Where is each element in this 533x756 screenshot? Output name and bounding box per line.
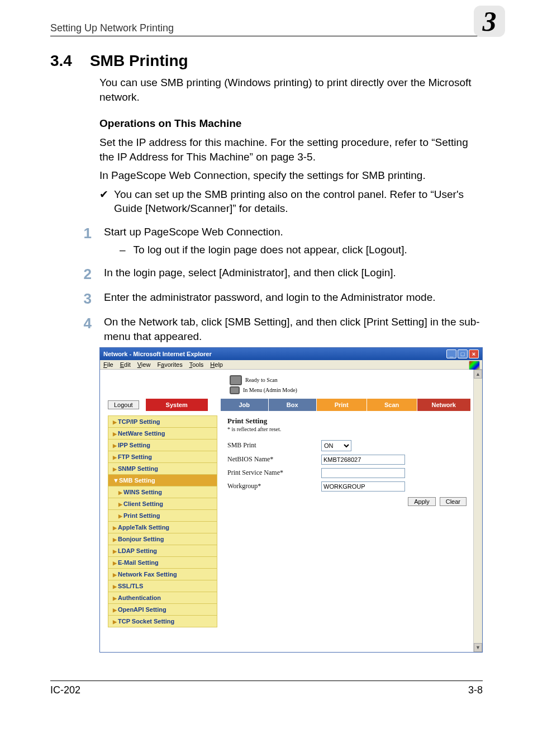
apply-button[interactable]: Apply <box>408 497 436 506</box>
scrollbar[interactable]: ▲ ▼ <box>473 370 482 652</box>
step-number: 2 <box>79 267 92 281</box>
page-footer: IC-202 3-8 <box>50 681 483 696</box>
footer-left: IC-202 <box>50 684 80 696</box>
paragraph-1: Set the IP address for this machine. For… <box>99 135 483 164</box>
sidebar-item-printsetting[interactable]: ▶Print Setting <box>108 510 217 522</box>
tab-job[interactable]: Job <box>221 399 269 411</box>
footer-right: 3-8 <box>468 684 483 696</box>
tab-scan[interactable]: Scan <box>367 399 417 411</box>
printer-icon <box>230 375 242 385</box>
workgroup-input[interactable] <box>321 481 405 492</box>
subsection-heading: Operations on This Machine <box>99 116 483 131</box>
settings-panel: Print Setting * is reflected after reset… <box>217 415 474 627</box>
tab-system[interactable]: System <box>146 399 208 411</box>
sidebar-item-ftp[interactable]: ▶FTP Setting <box>108 451 217 463</box>
step-text: Start up PageScope Web Connection. <box>104 226 283 238</box>
panel-title: Print Setting <box>227 417 468 426</box>
sidebar-item-openapi[interactable]: ▶OpenAPI Setting <box>108 604 217 616</box>
menu-view[interactable]: View <box>137 361 151 368</box>
window-close-button[interactable]: × <box>469 349 479 358</box>
logout-button[interactable]: Logout <box>108 400 139 409</box>
window-minimize-button[interactable]: _ <box>446 349 456 358</box>
status-mode: In Menu (Admin Mode) <box>243 387 297 393</box>
sidebar-item-smb[interactable]: ▼SMB Setting <box>108 475 217 486</box>
sidebar-item-email[interactable]: ▶E-Mail Setting <box>108 557 217 569</box>
tab-print[interactable]: Print <box>317 399 367 411</box>
checklist-item: ✔ You can set up the SMB printing also o… <box>99 187 483 216</box>
sidebar-item-tcpip[interactable]: ▶TCP/IP Setting <box>108 415 217 428</box>
menu-edit[interactable]: Edit <box>120 361 131 368</box>
titlebar: Network - Microsoft Internet Explorer _ … <box>100 348 482 360</box>
step-number: 1 <box>79 226 92 257</box>
menu-help[interactable]: Help <box>210 361 223 368</box>
sidebar-item-wins[interactable]: ▶WINS Setting <box>108 486 217 498</box>
dash-bullet: – <box>120 243 126 257</box>
sidebar-item-ssltls[interactable]: ▶SSL/TLS <box>108 580 217 592</box>
smb-print-select[interactable]: ON <box>321 440 351 451</box>
menu-file[interactable]: File <box>103 361 113 368</box>
sidebar-item-tcpsocket[interactable]: ▶TCP Socket Setting <box>108 616 217 627</box>
tab-box[interactable]: Box <box>269 399 317 411</box>
window-maximize-button[interactable]: □ <box>458 349 468 358</box>
menu-tools[interactable]: Tools <box>189 361 204 368</box>
tab-network[interactable]: Network <box>417 399 471 411</box>
paragraph-2: In PageScope Web Connection, specify the… <box>99 168 483 183</box>
window-title: Network - Microsoft Internet Explorer <box>103 351 212 357</box>
netbios-input[interactable] <box>321 455 405 465</box>
status-ready: Ready to Scan <box>245 377 278 383</box>
sidebar-item-client[interactable]: ▶Client Setting <box>108 498 217 510</box>
netbios-label: NetBIOS Name* <box>227 455 321 464</box>
chapter-number: 3 <box>483 5 497 37</box>
scroll-up-icon[interactable]: ▲ <box>474 370 482 379</box>
clear-button[interactable]: Clear <box>440 497 467 506</box>
menu-favorites[interactable]: Favorites <box>157 361 182 368</box>
sidebar-item-ldap[interactable]: ▶LDAP Setting <box>108 545 217 557</box>
panel-note: * is reflected after reset. <box>227 426 468 432</box>
step-number: 3 <box>79 291 92 306</box>
chapter-badge-bg: 3 <box>474 6 505 37</box>
running-header: Setting Up Network Printing <box>50 22 483 36</box>
browser-window: Network - Microsoft Internet Explorer _ … <box>99 347 483 653</box>
sidebar-item-bonjour[interactable]: ▶Bonjour Setting <box>108 533 217 545</box>
workgroup-label: Workgroup* <box>227 482 321 490</box>
section-title: SMB Printing <box>90 52 188 70</box>
step-number: 4 <box>79 316 92 343</box>
step-text: On the Network tab, click [SMB Setting],… <box>104 316 480 342</box>
sidebar-item-appletalk[interactable]: ▶AppleTalk Setting <box>108 522 217 533</box>
service-name-input[interactable] <box>321 468 405 478</box>
sidebar-item-authentication[interactable]: ▶Authentication <box>108 592 217 604</box>
scroll-down-icon[interactable]: ▼ <box>474 643 482 652</box>
header-section: Setting Up Network Printing <box>50 22 174 34</box>
step-text: Enter the administrator password, and lo… <box>104 291 436 303</box>
service-name-label: Print Service Name* <box>227 469 321 477</box>
checkmark-icon: ✔ <box>99 187 108 216</box>
smb-print-label: SMB Print <box>227 441 321 450</box>
sidebar-item-networkfax[interactable]: ▶Network Fax Setting <box>108 569 217 580</box>
intro-paragraph: You can use SMB printing (Windows printi… <box>99 75 483 104</box>
sidebar-item-snmp[interactable]: ▶SNMP Setting <box>108 463 217 475</box>
menubar: File Edit View Favorites Tools Help <box>100 360 482 370</box>
step-text: In the login page, select [Administrator… <box>104 267 396 278</box>
page-content: Ready to Scan In Menu (Admin Mode) Logou… <box>100 370 482 652</box>
printer-icon <box>230 386 240 394</box>
sidebar-item-ipp[interactable]: ▶IPP Setting <box>108 440 217 451</box>
sidebar-item-netware[interactable]: ▶NetWare Setting <box>108 428 217 440</box>
section-number: 3.4 <box>50 52 72 70</box>
checklist-text: You can set up the SMB printing also on … <box>114 187 483 216</box>
step-substep: To log out if the login page does not ap… <box>134 243 407 257</box>
sidebar: ▶TCP/IP Setting ▶NetWare Setting ▶IPP Se… <box>108 415 217 627</box>
